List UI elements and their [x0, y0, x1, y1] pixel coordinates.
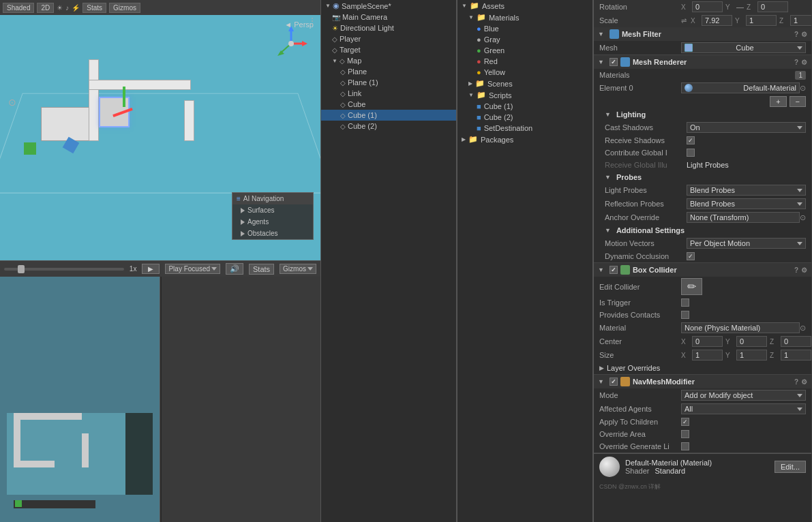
asset-material-green[interactable]: ● Green	[457, 45, 592, 56]
box-collider-help[interactable]: ?	[794, 266, 798, 274]
edit-collider-btn[interactable]: ✏	[681, 278, 702, 295]
override-area-row: Override Area	[594, 428, 811, 440]
size-y-input[interactable]	[736, 350, 767, 360]
ai-nav-obstacles[interactable]: Obstacles	[232, 228, 313, 239]
play-focused-dropdown[interactable]: Play Focused	[165, 264, 220, 274]
asset-folder-scenes[interactable]: ▶ 📁 Scenes	[457, 78, 592, 89]
material-add-remove: + −	[594, 95, 811, 108]
gizmos-dropdown[interactable]: Gizmos	[280, 264, 316, 274]
navmesh-toggle[interactable]	[610, 378, 618, 386]
center-z-input[interactable]	[781, 336, 811, 347]
provides-contacts-checkbox[interactable]	[681, 311, 689, 319]
material-preview: Default-Material (Material) Shader Stand…	[594, 453, 811, 480]
gear-icon[interactable]: ⚙	[801, 31, 807, 38]
move-gizmo-green[interactable]	[123, 87, 125, 107]
sphere-icon	[685, 84, 693, 92]
hierarchy-item-cube2[interactable]: ◇ Cube (2)	[321, 121, 456, 132]
material-add-btn[interactable]: +	[770, 96, 786, 107]
hierarchy-item-cube[interactable]: ◇ Cube	[321, 99, 456, 110]
box-collider-toggle[interactable]	[610, 266, 618, 274]
hierarchy-item-directionallight[interactable]: ☀ Directional Light	[321, 22, 456, 33]
lighting-header[interactable]: ▼ Lighting	[594, 108, 811, 121]
contribute-global-checkbox[interactable]	[687, 149, 695, 157]
size-z-input[interactable]	[781, 350, 811, 360]
mesh-renderer-toggle[interactable]	[610, 58, 618, 66]
additional-header[interactable]: ▼ Additional Settings	[594, 224, 811, 236]
light-probes-dropdown[interactable]: Blend Probes	[687, 185, 806, 196]
material-physic-dropdown[interactable]: None (Physic Material)	[681, 322, 800, 333]
apply-to-children-checkbox[interactable]	[681, 418, 689, 426]
asset-folder-scripts[interactable]: ▼ 📁 Scripts	[457, 89, 592, 101]
is-trigger-checkbox[interactable]	[681, 298, 689, 307]
stats-button[interactable]: Stats	[82, 3, 106, 13]
asset-script-cube2[interactable]: ■ Cube (2)	[457, 112, 592, 123]
asset-material-yellow[interactable]: ● Yellow	[457, 67, 592, 78]
asset-script-cube1[interactable]: ■ Cube (1)	[457, 101, 592, 112]
asset-script-setdestination[interactable]: ■ SetDestination	[457, 123, 592, 134]
scale-z-input[interactable]	[790, 15, 811, 26]
2d-button[interactable]: 2D	[37, 3, 54, 13]
hierarchy-item-cube1[interactable]: ◇ Cube (1)	[321, 110, 456, 121]
override-generate-checkbox[interactable]	[681, 442, 689, 450]
stats-toggle[interactable]: Stats	[249, 264, 274, 275]
navmesh-gear[interactable]: ⚙	[801, 378, 807, 386]
element0-dropdown[interactable]: Default-Material	[681, 82, 800, 93]
gizmos-button[interactable]: Gizmos	[109, 3, 140, 13]
hierarchy-item-plane1[interactable]: ◇ Plane (1)	[321, 77, 456, 88]
hierarchy-item-map[interactable]: ▼ ◇ Map	[321, 55, 456, 66]
center-y-input[interactable]	[736, 336, 767, 347]
rotation-x-input[interactable]	[692, 1, 723, 12]
hierarchy-item-player[interactable]: ◇ Player	[321, 33, 456, 44]
box-collider-header[interactable]: ▼ Box Collider ? ⚙	[594, 263, 811, 277]
anchor-more[interactable]: ⊙	[800, 213, 806, 222]
mode-dropdown[interactable]: Add or Modify object	[681, 390, 806, 401]
reflection-probes-dropdown[interactable]: Blend Probes	[687, 198, 806, 209]
time-slider[interactable]	[4, 268, 124, 271]
provides-contacts-label: Provides Contacts	[599, 311, 681, 319]
asset-folder-assets[interactable]: ▼ 📁 Assets	[457, 0, 592, 12]
navmesh-modifier-header[interactable]: ▼ NavMeshModifier ? ⚙	[594, 375, 811, 388]
ai-nav-agents[interactable]: Agents	[232, 216, 313, 228]
hierarchy-item-maincamera[interactable]: 📷 Main Camera	[321, 12, 456, 22]
affected-agents-dropdown[interactable]: All	[681, 403, 806, 414]
mesh-renderer-header[interactable]: ▼ Mesh Renderer ? ⚙	[594, 55, 811, 69]
hierarchy-item-plane[interactable]: ◇ Plane	[321, 66, 456, 77]
ai-nav-surfaces[interactable]: Surfaces	[232, 204, 313, 216]
asset-material-red[interactable]: ● Red	[457, 56, 592, 67]
receive-shadows-checkbox[interactable]	[687, 136, 695, 144]
mesh-dropdown[interactable]: Cube	[681, 42, 806, 53]
dynamic-occlusion-checkbox[interactable]	[687, 252, 695, 260]
mesh-filter-header[interactable]: ▼ Mesh Filter ? ⚙	[594, 27, 811, 41]
motion-vectors-dropdown[interactable]: Per Object Motion	[687, 238, 806, 249]
mesh-renderer-help[interactable]: ?	[794, 59, 798, 66]
help-icon[interactable]: ?	[794, 31, 798, 38]
hierarchy-item-link[interactable]: ◇ Link	[321, 88, 456, 99]
mode-label: Mode	[599, 391, 681, 399]
anchor-override-dropdown[interactable]: None (Transform)	[687, 212, 800, 223]
asset-folder-materials[interactable]: ▼ 📁 Materials	[457, 12, 592, 23]
scene-more-menu[interactable]: ⋮	[304, 15, 320, 27]
material-physic-more[interactable]: ⊙	[800, 324, 806, 333]
size-x-input[interactable]	[692, 350, 723, 360]
asset-folder-packages[interactable]: ▶ 📁 Packages	[457, 134, 592, 145]
shaded-button[interactable]: Shaded	[3, 3, 34, 13]
cast-shadows-dropdown[interactable]: On	[687, 122, 806, 133]
navmesh-help[interactable]: ?	[794, 378, 798, 386]
element0-more[interactable]: ⊙	[800, 84, 806, 93]
edit-material-btn[interactable]: Edit...	[775, 461, 806, 473]
material-remove-btn[interactable]: −	[790, 96, 806, 107]
rotation-z-input[interactable]	[757, 1, 788, 12]
mute-button[interactable]: 🔊	[226, 263, 243, 275]
probes-header[interactable]: ▼ Probes	[594, 171, 811, 183]
center-x-input[interactable]	[692, 336, 723, 347]
scale-x-input[interactable]	[702, 15, 732, 26]
scale-y-input[interactable]	[746, 15, 777, 26]
box-collider-gear[interactable]: ⚙	[801, 266, 807, 274]
play-button[interactable]: ▶	[142, 264, 160, 274]
mesh-renderer-gear[interactable]: ⚙	[801, 59, 807, 66]
hierarchy-item-target[interactable]: ◇ Target	[321, 44, 456, 55]
override-area-checkbox[interactable]	[681, 430, 689, 438]
hierarchy-item-samplescene[interactable]: ▼ ◉ SampleScene*	[321, 0, 456, 12]
asset-material-blue[interactable]: ● Blue	[457, 23, 592, 34]
asset-material-gray[interactable]: ● Gray	[457, 34, 592, 45]
